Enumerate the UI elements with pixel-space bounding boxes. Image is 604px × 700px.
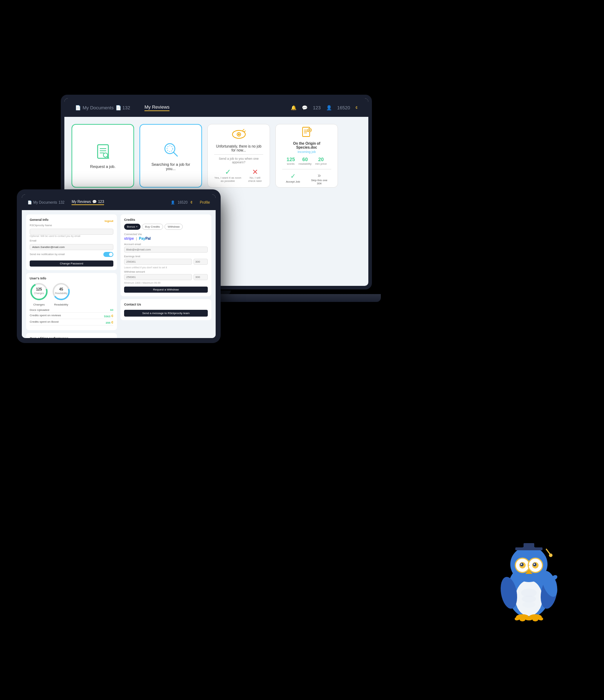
svg-point-65 [532, 618, 538, 621]
yes-action[interactable]: ✓ Yes, I want it as soon as possible [214, 168, 241, 183]
laptop-nav-documents[interactable]: 📄 My Documents 📄 132 [75, 105, 130, 110]
tablet-nav-documents[interactable]: 📄 My Documents 132 [28, 200, 64, 204]
credits-section: Credits Bonus + Buy Credits Withdraw Con… [121, 214, 211, 296]
skip-arrows-icon: » [311, 172, 328, 179]
skip-job-action[interactable]: » Skip this one 30¢ [311, 172, 328, 185]
credits-title: Credits [124, 218, 208, 222]
tablet-col-general: General Info logout R3Cliprocity Name Op… [26, 214, 117, 334]
earnings-limit-row [124, 259, 208, 265]
laptop-nav-right: 🔔 💬 123 👤 16520 ¢ [291, 105, 358, 110]
laptop-content-area: Request a job. Searching for a job for y… [64, 117, 368, 195]
yes-label: Yes, I want it as soon as possible [214, 176, 241, 183]
tablet-user-icon[interactable]: 👤 [171, 200, 175, 204]
tablet-nav-reviews[interactable]: My Reviews 💬 123 [72, 200, 104, 205]
searching-job-card[interactable]: Searching for a job for you... [139, 124, 202, 188]
docs-uploaded-row: Docs Uploaded 60 [30, 308, 113, 313]
message-icon[interactable]: 💬 [302, 105, 308, 110]
bonus-button[interactable]: Bonus + [124, 224, 141, 230]
user-icon[interactable]: 👤 [326, 105, 332, 110]
laptop-navbar: 📄 My Documents 📄 132 My Reviews 🔔 💬 123 … [64, 98, 368, 117]
tablet-content-area: General Info logout R3Cliprocity Name Op… [22, 210, 216, 338]
svg-text:125: 125 [36, 287, 42, 291]
tablet-device: 📄 My Documents 132 My Reviews 💬 123 👤 16… [17, 189, 221, 343]
svg-point-69 [522, 601, 535, 608]
searching-job-label: Searching for a job for you... [147, 162, 195, 171]
stripe-logo: stripe [124, 237, 134, 240]
request-job-label: Request a job. [90, 164, 116, 169]
incoming-stat-readability: 60 readability [299, 157, 311, 165]
users-info-section: User's Info 125 Changes Changes [26, 273, 117, 330]
payment-label: Connected Via [124, 233, 208, 236]
svg-line-12 [242, 129, 244, 131]
credits-buttons: Bonus + Buy Credits Withdraw [124, 224, 208, 230]
contact-title: Contact Us [124, 303, 208, 306]
own-editing-title: Own editing performance [30, 337, 113, 338]
withdraw-amount-label: Withdraw amount [124, 270, 208, 273]
changes-label: Changes [30, 303, 48, 306]
no-action[interactable]: ✕ No, I will check later [247, 168, 263, 183]
users-info-title: User's Info [30, 277, 113, 280]
svg-text:Changes: Changes [34, 292, 44, 295]
request-job-card[interactable]: Request a job. [72, 124, 134, 188]
account-email-label: Account email [124, 243, 208, 246]
withdraw-input2[interactable] [193, 274, 208, 280]
incoming-actions: ✓ Accept Job » Skip this one 30¢ [282, 169, 331, 185]
buy-credits-button[interactable]: Buy Credits [142, 224, 163, 230]
yes-icon: ✓ [214, 168, 241, 176]
earnings-limit-input2[interactable] [193, 259, 208, 265]
request-withdraw-button[interactable]: Request a Withdraw [124, 287, 208, 293]
credits-review-coin: ¢ [111, 314, 113, 318]
account-email-input[interactable] [124, 247, 208, 253]
email-label: Email [30, 239, 113, 242]
earnings-limit-note: Leave unfilled if you don't want to set … [124, 266, 208, 269]
incoming-stats: 125 words 60 readability 20 min price [286, 157, 326, 165]
svg-text:45: 45 [59, 287, 63, 291]
tablet-doc-icon: 📄 [28, 200, 32, 204]
svg-rect-43 [524, 543, 534, 548]
doc-count-label: 📄 132 [116, 105, 130, 110]
no-job-title: Unfortunately, there is no job for now..… [214, 144, 263, 152]
accept-checkmark-icon: ✓ [286, 172, 300, 180]
send-message-button[interactable]: Send a message to R3cliprocity team [124, 310, 208, 317]
withdraw-input1[interactable] [124, 274, 192, 280]
logout-link[interactable]: logout [105, 219, 113, 223]
accept-job-action[interactable]: ✓ Accept Job [286, 172, 300, 185]
laptop-nav-reviews[interactable]: My Reviews [144, 104, 170, 111]
svg-point-8 [167, 146, 173, 152]
svg-line-13 [244, 131, 246, 132]
change-password-button[interactable]: Change Password [30, 260, 113, 267]
incoming-stat-words: 125 words [286, 157, 295, 165]
incoming-job-card: On the Origin of Species.doc Incoming jo… [275, 124, 338, 188]
readability-label: Readability [52, 303, 70, 306]
changes-circle: 125 Changes Changes [30, 282, 48, 306]
tablet-coin-icon: ¢ [191, 200, 193, 204]
credits-reviews-row: Credits spent on reviews 5363 ¢ [30, 314, 113, 319]
general-info-title: General Info [30, 218, 49, 222]
tablet-inner: 📄 My Documents 132 My Reviews 💬 123 👤 16… [22, 194, 216, 338]
incoming-doc-icon [300, 126, 313, 139]
email-input[interactable] [30, 244, 113, 250]
searching-job-icon [162, 141, 180, 159]
tablet-profile-link[interactable]: Profile [200, 200, 210, 204]
incoming-title: On the Origin of Species.doc [282, 142, 331, 149]
earnings-limit-input1[interactable] [124, 259, 192, 265]
name-label: R3Cliprocity Name [30, 224, 113, 227]
credits-boost-row: Credits spent on Boost 355 ¢ [30, 320, 113, 326]
no-job-subtitle: Send a job to you when one appears? [214, 154, 263, 164]
no-job-card: Unfortunately, there is no job for now..… [207, 124, 270, 188]
svg-point-45 [549, 553, 553, 557]
no-job-actions: ✓ Yes, I want it as soon as possible ✕ N… [214, 168, 263, 183]
svg-point-53 [521, 564, 522, 565]
credits-coin-icon: ¢ [355, 105, 358, 110]
notification-toggle[interactable] [103, 252, 113, 257]
withdraw-button[interactable]: Withdraw [164, 224, 183, 230]
incoming-subtitle: Incoming job [298, 150, 316, 154]
tablet-outer: 📄 My Documents 132 My Reviews 💬 123 👤 16… [17, 189, 221, 343]
svg-point-62 [520, 618, 525, 621]
credits-boost-coin: ¢ [111, 320, 113, 324]
tablet-msg-icon: 💬 [92, 200, 97, 204]
name-input[interactable] [30, 229, 113, 235]
svg-line-7 [173, 152, 177, 156]
notification-icon[interactable]: 🔔 [291, 105, 296, 110]
svg-text:Readability: Readability [55, 292, 68, 295]
